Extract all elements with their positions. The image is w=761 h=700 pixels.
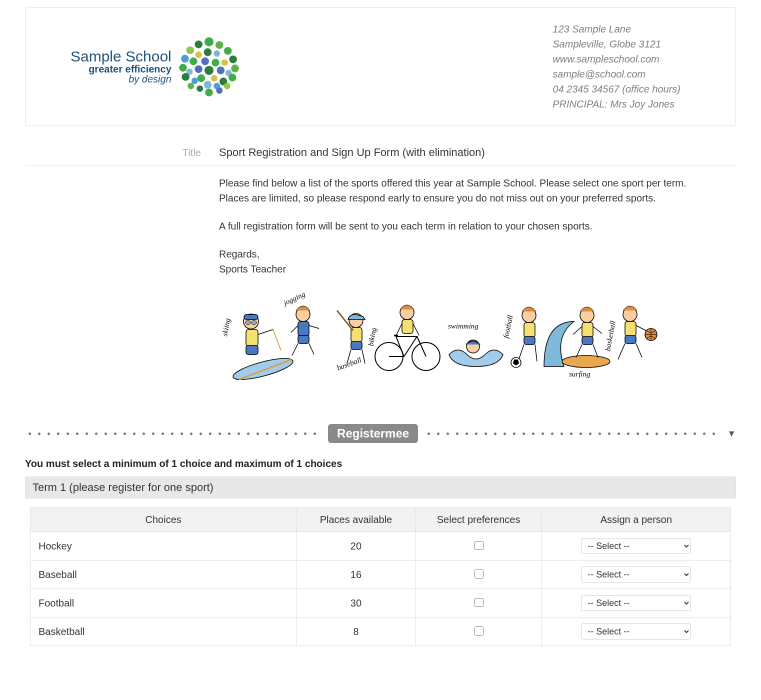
signature-name: Sports Teacher <box>219 262 719 276</box>
svg-point-12 <box>212 58 220 66</box>
choice-name: Football <box>30 589 296 618</box>
selection-instruction: You must select a minimum of 1 choice an… <box>25 458 736 470</box>
svg-point-21 <box>182 73 190 81</box>
header-assign: Assign a person <box>542 508 730 532</box>
address-line-1: 123 Sample Lane <box>552 22 680 36</box>
choices-table: Choices Places available Select preferen… <box>30 508 731 646</box>
paragraph-2: A full registration form will be sent to… <box>219 218 719 234</box>
preference-checkbox[interactable] <box>474 541 484 550</box>
svg-point-3 <box>186 46 194 54</box>
sport-label-skiing: skiing <box>220 318 232 337</box>
school-tagline-1: greater efficiency <box>70 64 172 74</box>
svg-point-28 <box>188 83 194 90</box>
sport-label-football: football <box>502 314 514 339</box>
svg-rect-67 <box>582 322 593 338</box>
svg-rect-46 <box>298 336 309 344</box>
svg-line-75 <box>636 344 642 358</box>
svg-point-65 <box>562 356 610 368</box>
svg-point-24 <box>211 75 218 82</box>
svg-point-30 <box>224 83 230 90</box>
svg-point-5 <box>204 48 212 56</box>
svg-point-17 <box>204 66 214 75</box>
svg-point-10 <box>190 58 198 66</box>
header-choices: Choices <box>30 508 296 532</box>
svg-point-1 <box>194 40 202 48</box>
svg-rect-37 <box>244 314 258 320</box>
assign-person-select[interactable]: -- Select -- <box>581 566 691 582</box>
svg-point-15 <box>231 64 239 72</box>
svg-line-43 <box>273 330 281 350</box>
svg-rect-49 <box>351 342 362 350</box>
address-line-2: Sampleville, Globe 3121 <box>552 36 680 52</box>
table-row: Football 30 -- Select -- <box>30 589 731 618</box>
table-row: Baseball 16 -- Select -- <box>30 560 731 589</box>
preference-checkbox[interactable] <box>474 570 484 578</box>
sport-label-baseball: baseball <box>336 356 362 372</box>
preference-checkbox[interactable] <box>474 626 484 636</box>
school-name: Sample School <box>70 49 172 64</box>
header-places: Places available <box>296 508 416 532</box>
page-title: Sport Registration and Sign Up Form (wit… <box>219 146 485 159</box>
svg-point-16 <box>194 65 202 73</box>
header-preferences: Select preferences <box>416 508 542 532</box>
choice-name: Hockey <box>30 532 296 560</box>
preference-checkbox[interactable] <box>474 598 484 607</box>
choice-places: 8 <box>296 618 416 646</box>
choice-places: 30 <box>296 589 416 618</box>
website: www.sampleschool.com <box>552 52 680 66</box>
svg-rect-68 <box>582 336 593 344</box>
svg-point-38 <box>246 320 250 324</box>
svg-rect-57 <box>402 320 413 334</box>
choice-places: 16 <box>296 560 416 589</box>
svg-point-4 <box>224 47 232 55</box>
svg-point-27 <box>204 81 212 89</box>
svg-line-63 <box>535 344 537 362</box>
svg-point-18 <box>216 66 224 74</box>
svg-point-0 <box>204 38 214 46</box>
assign-person-select[interactable]: -- Select -- <box>581 595 691 611</box>
school-tagline-2: by design <box>70 74 172 84</box>
svg-point-23 <box>197 74 205 82</box>
sport-label-jogging: jogging <box>282 292 307 308</box>
chevron-down-icon: ▼ <box>727 428 736 439</box>
choice-name: Basketball <box>30 618 296 646</box>
sport-label-swimming: swimming <box>448 322 478 330</box>
sport-label-biking: biking <box>366 326 378 346</box>
logo-icon <box>176 34 242 99</box>
svg-line-74 <box>618 344 625 360</box>
contact-block: 123 Sample Lane Sampleville, Globe 3121 … <box>552 22 680 112</box>
svg-point-32 <box>205 88 213 96</box>
divider-dots-left <box>25 432 322 435</box>
svg-point-31 <box>196 86 203 92</box>
letterhead: Sample School greater efficiency by desi… <box>25 7 736 126</box>
assign-person-select[interactable]: -- Select -- <box>581 538 691 554</box>
choice-name: Baseball <box>30 560 296 589</box>
svg-rect-72 <box>625 322 636 336</box>
section-header-term1: Term 1 (please register for one sport) <box>25 476 736 498</box>
signature-regards: Regards, <box>219 246 719 262</box>
divider-row: Registermee ▼ <box>25 424 736 443</box>
logo-block: Sample School greater efficiency by desi… <box>70 34 242 99</box>
table-row: Basketball 8 -- Select -- <box>30 618 731 646</box>
svg-point-8 <box>181 55 189 63</box>
sport-label-surfing: surfing <box>569 370 590 378</box>
table-row: Hockey 20 -- Select -- <box>30 532 731 560</box>
svg-point-22 <box>228 74 236 82</box>
svg-point-33 <box>216 88 222 94</box>
svg-point-39 <box>252 320 256 324</box>
svg-line-42 <box>258 330 273 334</box>
email: sample@school.com <box>552 66 680 82</box>
svg-rect-41 <box>246 346 258 354</box>
paragraph-1: Please find below a list of the sports o… <box>219 176 719 206</box>
svg-point-9 <box>229 56 237 64</box>
svg-point-6 <box>214 50 220 57</box>
svg-rect-60 <box>524 322 535 338</box>
registermee-badge: Registermee <box>328 424 418 443</box>
assign-person-select[interactable]: -- Select -- <box>581 624 691 640</box>
svg-point-7 <box>195 52 202 58</box>
title-label: Title <box>25 147 201 158</box>
svg-rect-45 <box>298 322 309 336</box>
sports-illustration: skiing jogging <box>219 292 736 389</box>
svg-point-2 <box>216 41 224 49</box>
svg-rect-73 <box>625 336 636 344</box>
